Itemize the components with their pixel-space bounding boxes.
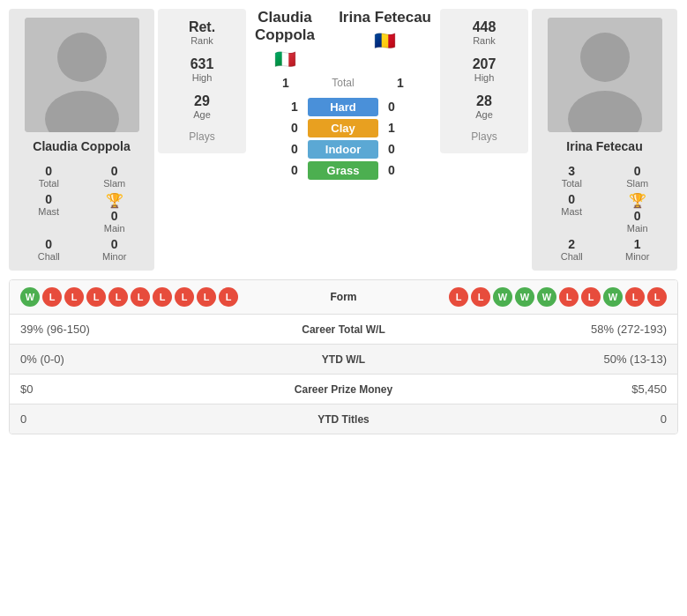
form-badge-w: W — [493, 287, 512, 307]
bottom-stat-row: 0 YTD Titles 0 — [10, 404, 677, 434]
right-player-stats: 3 Total 0 Slam 0 Mast 🏆 — [541, 164, 668, 262]
form-badge-l: L — [42, 287, 62, 307]
top-area: Claudia Coppola 0 Total 0 Slam 0 Mast — [9, 9, 678, 271]
form-badge-l: L — [197, 287, 216, 307]
surface-row-clay: 0 Clay 1 — [281, 119, 405, 137]
surface-rows: 1 Hard 0 0 Clay 1 0 Indoor 0 0 Grass 0 — [281, 95, 405, 182]
left-high-stat: 631 High — [172, 56, 232, 83]
bottom-stat-row: $0 Career Prize Money $5,450 — [10, 375, 677, 404]
left-total-score: 1 — [273, 76, 299, 90]
total-score-row: 1 Total 1 — [273, 76, 414, 90]
right-rank-stat: 448 Rank — [454, 19, 514, 46]
right-total-score: 1 — [387, 76, 414, 90]
form-badge-l: L — [153, 287, 172, 307]
right-age-stat: 28 Age — [454, 93, 514, 120]
form-badge-w: W — [515, 287, 534, 307]
bottom-section: WLLLLLLLLL Form LLWWWLLWLL 39% (96-150) … — [9, 279, 678, 434]
left-form-badges: WLLLLLLLLL — [20, 287, 300, 307]
form-label: Form — [300, 291, 388, 303]
form-badge-w: W — [20, 287, 40, 307]
form-badge-w: W — [537, 287, 556, 307]
bottom-stat-row: 0% (0-0) YTD W/L 50% (13-13) — [10, 345, 677, 375]
center-area: ClaudiaCoppola 🇮🇹 Irina Fetecau 🇷🇴 1 Tot… — [246, 9, 440, 271]
left-big-name: ClaudiaCoppola — [255, 9, 315, 45]
main-container: Claudia Coppola 0 Total 0 Slam 0 Mast — [0, 0, 687, 443]
form-badge-l: L — [647, 287, 667, 307]
left-name-block: ClaudiaCoppola 🇮🇹 — [246, 9, 324, 70]
right-flag: 🇷🇴 — [339, 30, 431, 51]
surface-row-hard: 1 Hard 0 — [281, 98, 405, 116]
form-badge-l: L — [131, 287, 150, 307]
svg-point-4 — [580, 33, 630, 82]
left-age-stat: 29 Age — [172, 93, 232, 120]
left-rank-stat: Ret. Rank — [172, 19, 232, 46]
left-trophy-icon: 🏆 — [106, 192, 123, 209]
bottom-stats-rows: 39% (96-150) Career Total W/L 58% (272-1… — [10, 315, 677, 434]
form-badge-l: L — [625, 287, 645, 307]
form-badge-l: L — [581, 287, 601, 307]
form-badge-w: W — [603, 287, 623, 307]
form-badge-l: L — [108, 287, 128, 307]
form-badge-l: L — [175, 287, 194, 307]
right-name-block: Irina Fetecau 🇷🇴 — [330, 9, 440, 70]
left-player-name: Claudia Coppola — [33, 139, 130, 153]
surface-row-indoor: 0 Indoor 0 — [281, 140, 405, 159]
right-player-card: Irina Fetecau 3 Total 0 Slam 0 Mast — [532, 9, 677, 271]
form-badge-l: L — [219, 287, 238, 307]
form-badge-l: L — [86, 287, 106, 307]
right-trophy-icon: 🏆 — [629, 192, 646, 209]
form-badge-l: L — [559, 287, 579, 307]
right-high-stat: 207 High — [454, 56, 514, 83]
left-player-avatar — [25, 18, 139, 132]
left-flag: 🇮🇹 — [255, 48, 315, 70]
right-player-avatar — [548, 18, 662, 132]
form-row: WLLLLLLLLL Form LLWWWLLWLL — [10, 280, 677, 315]
surface-row-grass: 0 Grass 0 — [281, 161, 405, 180]
form-badge-l: L — [64, 287, 84, 307]
right-player-name: Irina Fetecau — [566, 139, 642, 153]
form-badge-l: L — [449, 287, 468, 307]
left-plays: Plays — [172, 130, 232, 143]
form-badge-l: L — [471, 287, 490, 307]
left-player-stats: 0 Total 0 Slam 0 Mast 🏆 — [18, 164, 146, 262]
total-label: Total — [299, 77, 387, 89]
svg-point-1 — [57, 33, 107, 82]
right-plays: Plays — [454, 130, 514, 143]
left-player-card: Claudia Coppola 0 Total 0 Slam 0 Mast — [9, 9, 154, 271]
right-big-name: Irina Fetecau — [339, 9, 431, 26]
right-form-badges: LLWWWLLWLL — [388, 287, 668, 307]
bottom-stat-row: 39% (96-150) Career Total W/L 58% (272-1… — [10, 315, 677, 345]
